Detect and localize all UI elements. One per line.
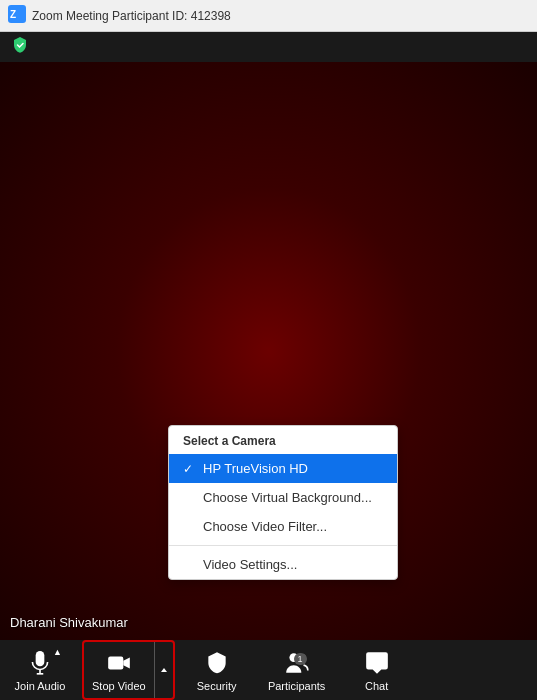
- participants-button[interactable]: 1 Participants: [257, 640, 337, 700]
- join-audio-chevron-icon: ▲: [53, 647, 62, 657]
- checkmark-icon: ✓: [183, 462, 197, 476]
- stop-video-chevron-button[interactable]: [154, 642, 173, 698]
- join-audio-button[interactable]: ▲ Join Audio: [0, 640, 80, 700]
- stop-video-icon: [105, 649, 133, 677]
- svg-rect-4: [108, 656, 123, 669]
- join-audio-label: Join Audio: [15, 680, 66, 692]
- video-area: Dharani Shivakumar Select a Camera ✓ HP …: [0, 62, 537, 640]
- security-badge-row: [0, 32, 537, 62]
- camera-dropdown: Select a Camera ✓ HP TrueVision HD Choos…: [168, 425, 398, 580]
- participant-name: Dharani Shivakumar: [10, 615, 128, 630]
- dropdown-divider: [169, 545, 397, 546]
- chat-button[interactable]: Chat: [337, 640, 417, 700]
- dropdown-item-hp-truevision[interactable]: ✓ HP TrueVision HD: [169, 454, 397, 483]
- toolbar: ▲ Join Audio Stop Video Securit: [0, 640, 537, 700]
- dropdown-item-video-filter[interactable]: Choose Video Filter...: [169, 512, 397, 541]
- dropdown-item-virtual-bg[interactable]: Choose Virtual Background...: [169, 483, 397, 512]
- chat-label: Chat: [365, 680, 388, 692]
- security-label: Security: [197, 680, 237, 692]
- zoom-logo-icon: Z: [8, 5, 26, 27]
- security-button[interactable]: Security: [177, 640, 257, 700]
- titlebar-text: Zoom Meeting Participant ID: 412398: [32, 9, 231, 23]
- dropdown-header: Select a Camera: [169, 426, 397, 454]
- participants-icon: 1: [283, 649, 311, 677]
- security-icon: [203, 649, 231, 677]
- stop-video-label: Stop Video: [92, 680, 146, 692]
- join-audio-icon-group: ▲: [26, 649, 54, 677]
- stop-video-button[interactable]: Stop Video: [84, 642, 154, 698]
- participants-label: Participants: [268, 680, 325, 692]
- stop-video-group: Stop Video: [82, 640, 175, 700]
- titlebar: Z Zoom Meeting Participant ID: 412398: [0, 0, 537, 32]
- shield-secure-icon: [10, 35, 30, 59]
- svg-text:Z: Z: [10, 9, 16, 20]
- chat-icon: [363, 649, 391, 677]
- dropdown-item-video-settings[interactable]: Video Settings...: [169, 550, 397, 579]
- participants-count-badge: 1: [294, 653, 307, 665]
